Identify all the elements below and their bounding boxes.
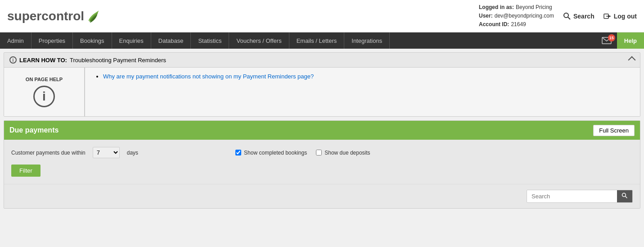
mail-button[interactable]: 15 xyxy=(596,32,617,49)
nav-item-properties[interactable]: Properties xyxy=(32,32,73,49)
days-select[interactable]: 123456714306090 xyxy=(93,147,120,158)
learn-header-left: i LEARN HOW TO: Troubleshooting Payment … xyxy=(9,56,166,64)
nav-item-emails[interactable]: Emails / Letters xyxy=(289,32,345,49)
big-info-icon: i xyxy=(33,86,55,107)
search-row xyxy=(4,184,640,208)
logout-button[interactable]: Log out xyxy=(603,12,637,20)
show-completed-row: Show completed bookings xyxy=(235,150,307,156)
learn-header[interactable]: i LEARN HOW TO: Troubleshooting Payment … xyxy=(4,53,640,67)
header-right: Logged in as: Beyond Pricing User: dev@b… xyxy=(479,3,637,29)
logo-control: control xyxy=(41,9,84,23)
table-search-button[interactable] xyxy=(617,190,632,202)
learn-link[interactable]: Why are my payment notifications not sho… xyxy=(103,73,314,80)
logout-icon xyxy=(603,12,612,20)
learn-prefix: LEARN HOW TO: xyxy=(19,57,67,64)
learn-body: ON PAGE HELP i Why are my payment notifi… xyxy=(4,67,640,116)
due-payments-body: Customer payments due within 12345671430… xyxy=(4,140,640,184)
svg-line-6 xyxy=(626,197,627,198)
checkboxes: Show completed bookings Show due deposit… xyxy=(235,150,370,156)
customer-payments-label: Customer payments due within xyxy=(11,150,86,156)
show-deposits-row: Show due deposits xyxy=(316,150,370,156)
on-page-help-label: ON PAGE HELP xyxy=(26,77,63,82)
logo-icon xyxy=(85,8,101,24)
svg-point-0 xyxy=(564,13,568,18)
nav-item-integrations[interactable]: Integrations xyxy=(344,32,390,49)
due-payments-title: Due payments xyxy=(9,126,59,134)
search-icon xyxy=(563,12,571,20)
learn-links: Why are my payment notifications not sho… xyxy=(85,68,640,116)
svg-point-5 xyxy=(622,193,626,197)
user-label: User: xyxy=(479,12,493,20)
chevron-up-icon xyxy=(628,56,636,64)
fullscreen-button[interactable]: Full Screen xyxy=(593,125,635,136)
table-search-input[interactable] xyxy=(527,191,617,202)
filter-button[interactable]: Filter xyxy=(11,165,41,177)
logo-area: supercontrol xyxy=(7,8,101,24)
nav-item-enquiries[interactable]: Enquiries xyxy=(112,32,151,49)
search-label: Search xyxy=(573,13,594,20)
learn-title: Troubleshooting Payment Reminders xyxy=(70,57,166,64)
show-completed-label: Show completed bookings xyxy=(244,150,307,156)
logo: supercontrol xyxy=(7,9,84,23)
due-payments-section: Due payments Full Screen Customer paymen… xyxy=(4,120,640,209)
due-payments-header: Due payments Full Screen xyxy=(4,121,640,140)
nav-item-bookings[interactable]: Bookings xyxy=(73,32,112,49)
account-value: 21649 xyxy=(511,20,526,29)
nav-item-admin[interactable]: Admin xyxy=(0,32,32,49)
svg-line-1 xyxy=(568,17,570,19)
logout-label: Log out xyxy=(614,13,637,20)
info-icon: i xyxy=(9,56,17,64)
header: supercontrol Logged in as: Beyond Pricin… xyxy=(0,0,644,32)
table-search-container xyxy=(527,190,633,203)
show-deposits-label: Show due deposits xyxy=(324,150,370,156)
account-label: Account ID: xyxy=(479,20,509,29)
nav-item-database[interactable]: Database xyxy=(151,32,191,49)
user-info: Logged in as: Beyond Pricing User: dev@b… xyxy=(479,3,554,29)
logged-in-value: Beyond Pricing xyxy=(516,3,552,12)
learn-section: i LEARN HOW TO: Troubleshooting Payment … xyxy=(4,52,640,117)
filter-row: Customer payments due within 12345671430… xyxy=(11,147,633,158)
nav-item-statistics[interactable]: Statistics xyxy=(191,32,229,49)
search-button[interactable]: Search xyxy=(563,12,594,20)
user-value: dev@beyondpricing.com xyxy=(495,12,554,20)
search-icon-small xyxy=(621,192,628,199)
show-deposits-checkbox[interactable] xyxy=(316,150,322,156)
help-button[interactable]: Help xyxy=(617,32,644,49)
nav-item-vouchers[interactable]: Vouchers / Offers xyxy=(229,32,289,49)
logo-super: super xyxy=(7,9,41,23)
on-page-help: ON PAGE HELP i xyxy=(4,68,85,116)
nav-bar: Admin Properties Bookings Enquiries Data… xyxy=(0,32,644,49)
mail-badge: 15 xyxy=(608,34,615,41)
logged-in-label: Logged in as: xyxy=(479,3,514,12)
days-label: days xyxy=(127,150,138,156)
show-completed-checkbox[interactable] xyxy=(235,150,241,156)
